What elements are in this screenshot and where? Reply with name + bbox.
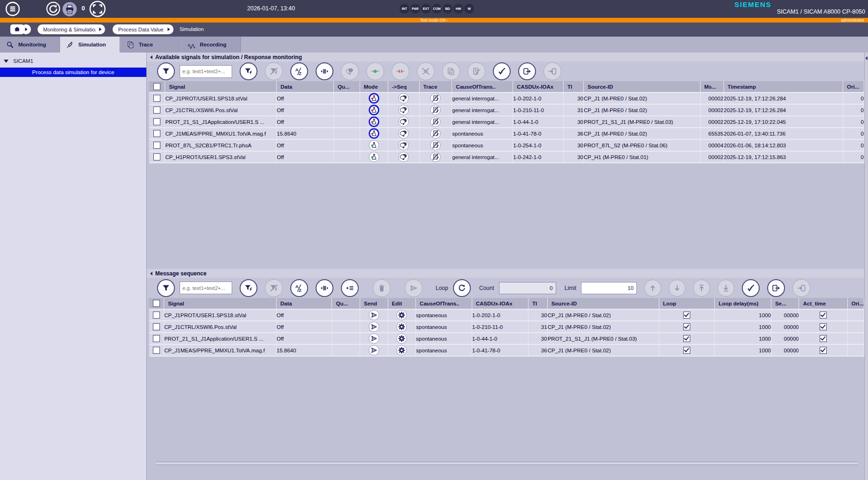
column-header[interactable]: Source-ID	[547, 298, 659, 309]
print-queue-icon[interactable]	[62, 1, 77, 16]
gear-icon[interactable]	[396, 310, 407, 320]
select-all-checkbox[interactable]	[153, 300, 160, 307]
edit-cell[interactable]	[388, 321, 415, 333]
simulation-inactive-icon[interactable]	[369, 140, 379, 151]
mode-cell[interactable]	[360, 116, 388, 128]
loop-cell[interactable]	[659, 344, 715, 356]
sequence-filter-input[interactable]	[180, 282, 232, 294]
loop-delay-cell[interactable]: 1000	[715, 344, 771, 356]
tree-expand-icon[interactable]	[4, 60, 8, 63]
export-icon[interactable]	[518, 62, 536, 80]
send-all-icon[interactable]	[405, 279, 423, 297]
act-time-checkbox[interactable]	[820, 323, 827, 330]
row-checkbox[interactable]	[153, 347, 160, 354]
column-header[interactable]: Act_time	[799, 298, 847, 309]
signal-row[interactable]: PROT_87L_S2CB1/PTRC1.Tr.phsA Off spontan…	[149, 139, 864, 151]
trace-disabled-icon[interactable]	[430, 128, 441, 139]
filter-apply-icon[interactable]	[240, 62, 257, 80]
column-header[interactable]: Qu...	[333, 81, 360, 92]
fit-columns-icon[interactable]	[316, 62, 333, 80]
apply-changes-icon[interactable]	[493, 62, 511, 80]
row-checkbox[interactable]	[153, 95, 160, 102]
act-time-checkbox[interactable]	[820, 335, 827, 342]
loop-cell[interactable]	[659, 333, 715, 344]
filter-apply-icon[interactable]	[240, 279, 257, 297]
to-sequence-cell[interactable]	[388, 104, 419, 116]
trace-disabled-icon[interactable]	[430, 152, 441, 162]
filter-icon[interactable]	[157, 279, 175, 297]
row-checkbox[interactable]	[153, 153, 160, 160]
column-header[interactable]: Data	[277, 81, 334, 92]
menu-icon[interactable]	[5, 1, 20, 16]
collapse-panel-icon[interactable]	[150, 272, 152, 275]
column-header[interactable]: Signal	[164, 298, 277, 309]
column-header[interactable]: Edit	[388, 298, 415, 309]
breadcrumb-item-monitoring-simulation[interactable]: Monitoring & Simulation	[38, 24, 103, 34]
column-header[interactable]: Data	[276, 298, 332, 309]
tab-simulation[interactable]: Simulation	[60, 37, 120, 53]
trace-disabled-icon[interactable]	[430, 140, 441, 151]
select-all-header[interactable]	[149, 81, 165, 92]
send-icon[interactable]	[369, 333, 379, 344]
add-list-entry-icon[interactable]	[341, 279, 359, 297]
mode-cell[interactable]	[360, 139, 388, 151]
row-checkbox[interactable]	[153, 130, 160, 137]
send-cell[interactable]	[360, 321, 388, 333]
send-cell[interactable]	[360, 344, 388, 356]
tab-recording[interactable]: Recording	[181, 37, 241, 53]
mode-cell[interactable]	[360, 104, 388, 116]
to-sequence-cell[interactable]	[388, 92, 419, 104]
add-to-sequence-icon[interactable]	[398, 140, 409, 151]
sequence-row[interactable]: CP_J1CTRL/XSWI6.Pos.stVal Off spontaneou…	[149, 321, 864, 333]
move-bottom-icon[interactable]	[717, 280, 734, 297]
column-header[interactable]: ->Seq	[388, 81, 419, 92]
add-to-sequence-icon[interactable]	[398, 152, 409, 162]
delete-icon[interactable]	[373, 279, 391, 297]
sort-az-icon[interactable]: AZ	[290, 279, 308, 297]
loop-cell[interactable]	[659, 321, 715, 333]
column-header[interactable]: Ms...	[700, 81, 724, 92]
move-up-icon[interactable]	[644, 280, 661, 297]
disconnect-icon[interactable]	[392, 62, 409, 80]
trace-disabled-icon[interactable]	[430, 105, 441, 115]
export-icon[interactable]	[767, 279, 785, 297]
mode-cell[interactable]	[360, 128, 388, 139]
column-header[interactable]: CASDUx-IOAx	[472, 298, 528, 309]
sort-az-icon[interactable]: AZ	[290, 62, 308, 80]
trace-cell[interactable]	[419, 128, 452, 139]
row-checkbox[interactable]	[153, 312, 160, 319]
act-time-cell[interactable]	[799, 321, 847, 333]
loop-delay-cell[interactable]: 1000	[715, 333, 771, 344]
limit-input[interactable]	[581, 282, 637, 294]
tree-item-process-data-simulation[interactable]: Process data simulation for device	[0, 68, 146, 77]
add-to-sequence-icon[interactable]	[398, 128, 409, 139]
send-icon[interactable]	[369, 345, 379, 356]
filter-clear-icon[interactable]	[265, 279, 283, 297]
loop-checkbox[interactable]	[683, 347, 690, 354]
gear-icon[interactable]	[396, 321, 407, 332]
row-checkbox[interactable]	[153, 107, 160, 114]
to-sequence-cell[interactable]	[388, 128, 419, 139]
breadcrumb-next-button[interactable]	[95, 24, 105, 34]
to-sequence-cell[interactable]	[388, 116, 419, 128]
edit-cell[interactable]	[388, 309, 415, 321]
column-header[interactable]: Loop	[659, 298, 715, 309]
act-time-cell[interactable]	[799, 344, 847, 356]
add-to-sequence-icon[interactable]	[398, 116, 409, 127]
move-down-icon[interactable]	[669, 280, 686, 297]
horizontal-scrollbar[interactable]	[156, 462, 858, 465]
trace-cell[interactable]	[419, 139, 452, 151]
column-header[interactable]: TI	[564, 81, 584, 92]
trace-disabled-icon[interactable]	[430, 93, 441, 104]
trace-disabled-icon[interactable]	[430, 116, 441, 127]
row-checkbox[interactable]	[153, 118, 160, 125]
column-header[interactable]: Timestamp	[724, 81, 843, 92]
column-header[interactable]: Trace	[419, 81, 452, 92]
trace-cell[interactable]	[419, 92, 452, 104]
to-sequence-cell[interactable]	[388, 139, 419, 151]
signal-row[interactable]: CP_J1PROT/USER1.SPS18.stVal Off general …	[149, 92, 864, 104]
signal-row[interactable]: CP_H1PROT/USER1.SPS3.stVal Off general i…	[149, 151, 864, 163]
breadcrumb-next-button[interactable]	[164, 24, 174, 34]
act-time-cell[interactable]	[799, 309, 847, 321]
loop-checkbox[interactable]	[683, 335, 690, 342]
